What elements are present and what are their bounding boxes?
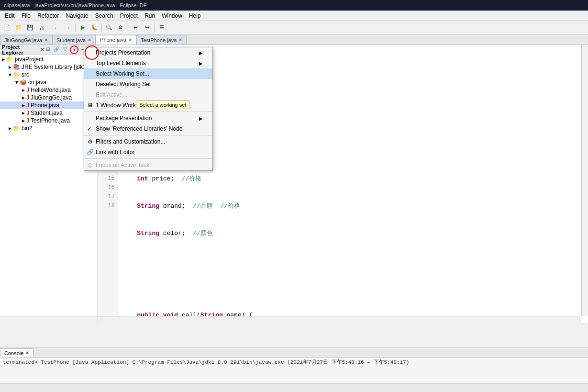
tree-jiugongge-label: JiuGongGe.java bbox=[31, 94, 72, 101]
title-bar: clipasejava - javaProject/src/cn/java/Ph… bbox=[0, 0, 588, 11]
right-scrollbar[interactable] bbox=[581, 45, 588, 316]
ctx-window-working-set-label: 1 Window Working Set bbox=[96, 102, 154, 109]
code-line-9 bbox=[122, 283, 584, 292]
sidebar-collapse-btn[interactable]: ⊟ bbox=[44, 45, 52, 53]
tree-st-arrow: ▸ bbox=[22, 110, 25, 116]
tab-student-close[interactable]: ✕ bbox=[88, 37, 91, 43]
tree-helloworld-label: HelloWorld.java bbox=[31, 87, 71, 93]
toolbar-new[interactable]: 📄 bbox=[2, 22, 12, 33]
toolbar-debug[interactable]: 🐛 bbox=[89, 22, 100, 33]
menu-file[interactable]: File bbox=[19, 11, 33, 20]
ctx-show-ref-libraries[interactable]: ✓ Show 'Referenced Libraries' Node bbox=[84, 123, 212, 134]
tree-bin2[interactable]: ▸ 📁 bin2 bbox=[0, 124, 98, 132]
ctx-focus-active-task: ◎ Focus on Active Task bbox=[84, 160, 212, 170]
tree-src[interactable]: ▾ 📁 src bbox=[0, 71, 98, 78]
ctx-filters-customization-label: Filters and Customization... bbox=[96, 138, 165, 145]
editor-hscroll[interactable] bbox=[98, 316, 581, 323]
tree-phone-icon: J bbox=[26, 102, 29, 109]
ctx-select-working-set[interactable]: Select Working Set... bbox=[84, 68, 212, 79]
tree-testphone-label: TestPhone.java bbox=[31, 117, 70, 124]
project-tree: ▸ 📁 javaProject ▸ 📚 JRE System Library [… bbox=[0, 55, 98, 133]
toolbar-run[interactable]: ▶ bbox=[78, 22, 88, 33]
tree-cnjava-icon: 📦 bbox=[20, 79, 27, 86]
tab-student-label: Student.java bbox=[56, 37, 86, 43]
tree-hw-icon: J bbox=[26, 87, 29, 93]
tab-jiugongge-close[interactable]: ✕ bbox=[44, 37, 48, 43]
ctx-window-working-set[interactable]: 🖥 1 Window Working Set bbox=[84, 100, 212, 111]
tab-phone-label: Phone.java bbox=[100, 37, 126, 43]
menu-navigate[interactable]: Navigate bbox=[63, 11, 91, 20]
tree-javaproject[interactable]: ▸ 📁 javaProject bbox=[0, 56, 98, 63]
tree-jre[interactable]: ▸ 📚 JRE System Library [jdk1.8... bbox=[0, 63, 98, 71]
sidebar-link-btn[interactable]: 🔗 bbox=[53, 45, 60, 53]
ctx-deselect-working-set-label: Deselect Working Set bbox=[96, 81, 151, 88]
sidebar-filter-btn[interactable]: ▽ bbox=[61, 45, 69, 53]
code-line-6: String brand; //品牌 //价格 bbox=[122, 202, 584, 211]
tab-jiugongge[interactable]: JiuGongGe.java ✕ bbox=[0, 35, 52, 45]
ctx-top-level-elements[interactable]: Top Level Elements ▶ bbox=[84, 58, 212, 68]
toolbar-save[interactable]: 💾 bbox=[25, 22, 35, 33]
toolbar-perspective[interactable]: ☰ bbox=[156, 22, 167, 33]
ctx-package-presentation[interactable]: Package Presentation ▶ bbox=[84, 113, 212, 123]
menu-refactor[interactable]: Refactor bbox=[34, 11, 62, 20]
toolbar-open[interactable]: 📁 bbox=[13, 22, 24, 33]
ctx-edit-active-label: Edit Active... bbox=[96, 91, 127, 98]
ctx-filters-customization[interactable]: ⚙ Filters and Customization... bbox=[84, 136, 212, 147]
tree-javaproject-label: javaProject bbox=[15, 56, 43, 63]
tree-phone[interactable]: ▸ J Phone.java bbox=[0, 101, 98, 109]
menu-search[interactable]: Search bbox=[92, 11, 116, 20]
ctx-sep2 bbox=[84, 135, 212, 135]
tab-jiugongge-label: JiuGongGe.java bbox=[4, 37, 42, 43]
tree-src-label: src bbox=[22, 71, 29, 78]
tree-tp-arrow: ▸ bbox=[22, 117, 25, 124]
ctx-arrow2-icon: ▶ bbox=[199, 61, 203, 66]
toolbar-back[interactable]: ← bbox=[51, 22, 62, 33]
tab-student[interactable]: Student.java ✕ bbox=[52, 35, 96, 45]
tree-cnjava-arrow: ▾ bbox=[15, 79, 18, 86]
ctx-link-editor-label: Link with Editor bbox=[96, 149, 134, 156]
tree-cnjava-label: cn.java bbox=[28, 79, 46, 86]
tab-testphone-close[interactable]: ✕ bbox=[178, 37, 182, 43]
ctx-link-editor[interactable]: 🔗 Link with Editor bbox=[84, 147, 212, 157]
tree-testphone[interactable]: ▸ J TestPhone.java bbox=[0, 117, 98, 124]
tab-testphone[interactable]: TestPhone.java ✕ bbox=[136, 35, 187, 45]
tree-student[interactable]: ▸ J Student.java bbox=[0, 109, 98, 117]
ctx-sep3 bbox=[84, 158, 212, 159]
tree-helloworld[interactable]: ▸ J HelloWorld.java bbox=[0, 86, 98, 94]
sidebar-scrollbar[interactable] bbox=[0, 316, 98, 323]
toolbar-sep4 bbox=[128, 23, 128, 32]
menu-window[interactable]: Window bbox=[159, 11, 185, 20]
menu-edit[interactable]: Edit bbox=[2, 11, 18, 20]
tab-console-close[interactable]: ✕ bbox=[25, 350, 29, 356]
tree-jre-icon: 📚 bbox=[13, 64, 20, 70]
sidebar-close-icon: ✕ bbox=[40, 47, 44, 52]
toolbar-undo[interactable]: ↩ bbox=[130, 22, 141, 33]
ctx-projects-presentation-label: Projects Presentation bbox=[96, 49, 150, 56]
tab-phone-close[interactable]: ✕ bbox=[128, 37, 132, 43]
menu-help[interactable]: Help bbox=[186, 11, 204, 20]
ctx-arrow3-icon: ▶ bbox=[199, 116, 203, 121]
tab-console[interactable]: Console ✕ bbox=[0, 348, 33, 357]
toolbar-redo[interactable]: ↪ bbox=[142, 22, 152, 33]
toolbar-search[interactable]: 🔍 bbox=[104, 22, 114, 33]
menu-run[interactable]: Run bbox=[142, 11, 158, 20]
toolbar-print[interactable]: 🖨 bbox=[36, 22, 47, 33]
menu-project[interactable]: Project bbox=[117, 11, 141, 20]
ctx-projects-presentation[interactable]: Projects Presentation ▶ bbox=[84, 47, 212, 58]
bottom-tab-bar: Console ✕ bbox=[0, 348, 588, 358]
console-content: terminated> TestPhone [Java Application]… bbox=[0, 358, 588, 367]
tab-testphone-label: TestPhone.java bbox=[141, 37, 177, 43]
tree-bin2-icon: 📁 bbox=[13, 125, 20, 132]
tree-hw-arrow: ▸ bbox=[22, 87, 25, 93]
tree-src-icon: 📁 bbox=[13, 71, 20, 78]
tab-phone[interactable]: Phone.java ✕ bbox=[96, 35, 136, 45]
tree-phone-arrow: ▸ bbox=[22, 102, 25, 109]
toolbar-fwd[interactable]: → bbox=[63, 22, 73, 33]
tree-cnjava[interactable]: ▾ 📦 cn.java bbox=[0, 78, 98, 86]
ctx-focus-icon: ◎ bbox=[86, 161, 94, 169]
ctx-deselect-working-set[interactable]: Deselect Working Set bbox=[84, 79, 212, 90]
sidebar-menu-btn[interactable]: ▾ bbox=[70, 45, 78, 54]
ctx-link-icon: 🔗 bbox=[86, 148, 94, 156]
tree-jiugongge[interactable]: ▸ J JiuGongGe.java bbox=[0, 94, 98, 101]
toolbar-ref[interactable]: ⚙ bbox=[115, 22, 126, 33]
